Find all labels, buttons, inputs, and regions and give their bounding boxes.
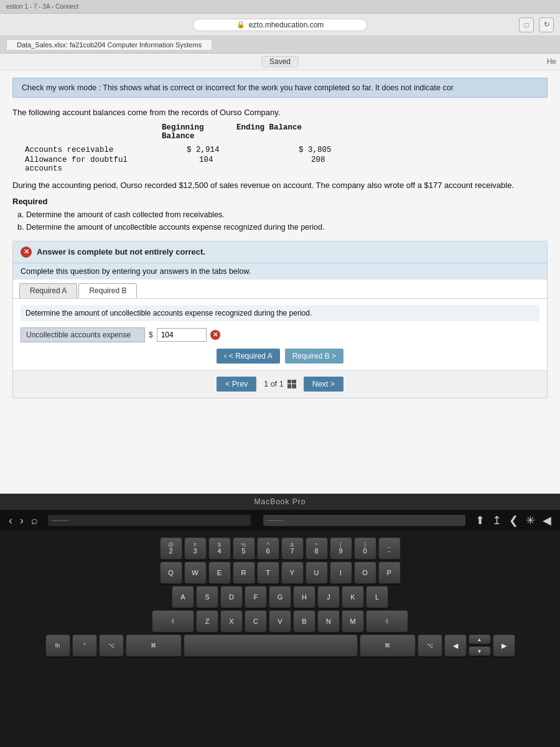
- key-s[interactable]: S: [196, 586, 218, 608]
- key-t[interactable]: T: [257, 561, 279, 584]
- check-my-work-banner: Check my work mode : This shows what is …: [12, 78, 548, 98]
- answer-status-msg: Answer is complete but not entirely corr…: [37, 247, 205, 256]
- error-icon: ✕: [21, 247, 32, 258]
- key-6-caret[interactable]: ^6: [257, 537, 279, 560]
- key-m[interactable]: M: [342, 610, 364, 632]
- req-item-a: a. Determine the amount of cash collecte…: [17, 209, 548, 221]
- taskbar: ‹ › ⌕ ——— ——— ⬆ ↥ ❮ ✳ ◀: [0, 510, 560, 531]
- key-left[interactable]: ◀: [444, 634, 467, 657]
- next-page-label: Next >: [312, 380, 335, 388]
- data-sales-tab[interactable]: Data_Sales.xlsx: fa21cob204 Computer Inf…: [6, 39, 212, 50]
- taskbar-share-2[interactable]: ↥: [488, 512, 505, 529]
- answer-box: ✕ Answer is complete but not entirely co…: [12, 241, 548, 398]
- taskbar-gear[interactable]: ✳: [522, 512, 539, 529]
- prev-page-btn[interactable]: < Prev: [217, 377, 256, 392]
- problem-intro: The following account balances come from…: [12, 108, 548, 117]
- key-shift-right[interactable]: ⇧: [366, 610, 408, 632]
- key-q[interactable]: Q: [160, 561, 182, 584]
- key-l[interactable]: L: [366, 586, 388, 608]
- key-5-percent[interactable]: %5: [233, 537, 255, 560]
- tab-required-a[interactable]: Required A: [19, 283, 77, 298]
- key-cmd-left[interactable]: ⌘: [126, 634, 182, 657]
- key-fn[interactable]: fn: [45, 634, 70, 657]
- taskbar-search[interactable]: ⌕: [27, 513, 42, 529]
- account-row-2-label: Allowance for doubtful accounts: [25, 156, 149, 173]
- saved-bar: Saved He: [0, 54, 560, 70]
- key-shift-left[interactable]: ⇧: [152, 610, 194, 632]
- page-number: 1 of 1: [264, 380, 283, 388]
- prev-required-a-btn[interactable]: ‹ < Required A: [217, 349, 280, 364]
- key-n[interactable]: N: [317, 610, 340, 632]
- key-dash[interactable]: _-: [378, 537, 401, 560]
- key-option-right[interactable]: ⌥: [418, 634, 442, 657]
- key-9-lparen[interactable]: (9: [330, 537, 352, 560]
- key-8-star[interactable]: *8: [306, 537, 328, 560]
- key-0-rparen[interactable]: )0: [354, 537, 376, 560]
- qwerty-row: Q W E R T Y U I O P: [7, 561, 553, 584]
- key-space[interactable]: [184, 634, 358, 657]
- dollar-sign: $: [149, 331, 153, 339]
- key-c[interactable]: C: [245, 610, 267, 632]
- answer-status-header: ✕ Answer is complete but not entirely co…: [13, 242, 547, 263]
- key-right[interactable]: ▶: [493, 634, 515, 657]
- key-x[interactable]: X: [220, 610, 243, 632]
- key-a[interactable]: A: [172, 586, 194, 608]
- key-i[interactable]: I: [330, 561, 352, 584]
- browser-bar: 🔒 ezto.mheducation.com □ ↻: [0, 14, 560, 36]
- grid-icon: [287, 380, 296, 388]
- key-b[interactable]: B: [293, 610, 315, 632]
- number-key-row: @2 #3 $4 %5 ^6 &7 *8 (9 )0 _-: [7, 537, 553, 560]
- refresh-btn[interactable]: ↻: [539, 17, 554, 32]
- req-b-btn-label: Required B >: [292, 352, 336, 360]
- key-k[interactable]: K: [342, 586, 364, 608]
- key-h[interactable]: H: [293, 586, 315, 608]
- tab-row: Data_Sales.xlsx: fa21cob204 Computer Inf…: [0, 36, 560, 54]
- key-4-dollar[interactable]: $4: [208, 537, 231, 560]
- taskbar-left-arrow[interactable]: ‹: [5, 513, 16, 529]
- key-d[interactable]: D: [220, 586, 243, 608]
- key-z[interactable]: Z: [196, 610, 218, 632]
- key-2-at[interactable]: @2: [160, 537, 182, 560]
- key-down[interactable]: ▼: [469, 646, 491, 656]
- key-u[interactable]: U: [306, 561, 328, 584]
- page-info: 1 of 1: [264, 380, 296, 388]
- taskbar-back[interactable]: ❮: [505, 512, 522, 529]
- key-cmd-right[interactable]: ⌘: [360, 634, 416, 657]
- account-row-1-beginning: $ 2,914: [187, 146, 261, 154]
- minimize-btn[interactable]: □: [519, 17, 534, 32]
- key-o[interactable]: O: [354, 561, 376, 584]
- key-3-hash[interactable]: #3: [184, 537, 207, 560]
- input-row: Uncollectible accounts expense $ ✕: [21, 327, 539, 342]
- main-content: Check my work mode : This shows what is …: [0, 70, 560, 494]
- prev-page-label: < Prev: [225, 380, 248, 388]
- inner-nav: ‹ < Required A Required B >: [21, 349, 539, 364]
- next-page-btn[interactable]: Next >: [304, 377, 343, 392]
- macbook-label: MacBook Pro: [0, 494, 560, 510]
- key-f[interactable]: F: [245, 586, 267, 608]
- uncollectible-input[interactable]: [157, 328, 207, 342]
- key-v[interactable]: V: [269, 610, 291, 632]
- required-items: a. Determine the amount of cash collecte…: [17, 209, 548, 233]
- key-e[interactable]: E: [208, 561, 231, 584]
- key-p[interactable]: P: [378, 561, 401, 584]
- key-y[interactable]: Y: [281, 561, 304, 584]
- taskbar-sound[interactable]: ◀: [539, 512, 555, 529]
- key-w[interactable]: W: [184, 561, 207, 584]
- key-up[interactable]: ▲: [469, 634, 491, 644]
- tab-required-b[interactable]: Required B: [78, 283, 137, 298]
- bottom-row: fn ⌃ ⌥ ⌘ ⌘ ⌥ ◀ ▲ ▼ ▶: [7, 634, 553, 657]
- key-j[interactable]: J: [317, 586, 340, 608]
- key-7-amp[interactable]: &7: [281, 537, 304, 560]
- key-ctrl[interactable]: ⌃: [72, 634, 97, 657]
- taskbar-right-arrow[interactable]: ›: [16, 513, 27, 529]
- keyboard: @2 #3 $4 %5 ^6 &7 *8 (9 )0 _- Q W E R T …: [6, 535, 554, 659]
- account-row-2-beginning: 104: [187, 156, 261, 173]
- key-g[interactable]: G: [269, 586, 291, 608]
- required-b-btn[interactable]: Required B >: [285, 349, 343, 364]
- taskbar-share-1[interactable]: ⬆: [472, 512, 488, 529]
- url-bar[interactable]: 🔒 ezto.mheducation.com: [193, 19, 367, 31]
- browser-controls: □ ↻: [519, 17, 554, 32]
- key-option[interactable]: ⌥: [99, 634, 124, 657]
- tab-content: Determine the amount of uncollectible ac…: [13, 299, 547, 370]
- key-r[interactable]: R: [233, 561, 255, 584]
